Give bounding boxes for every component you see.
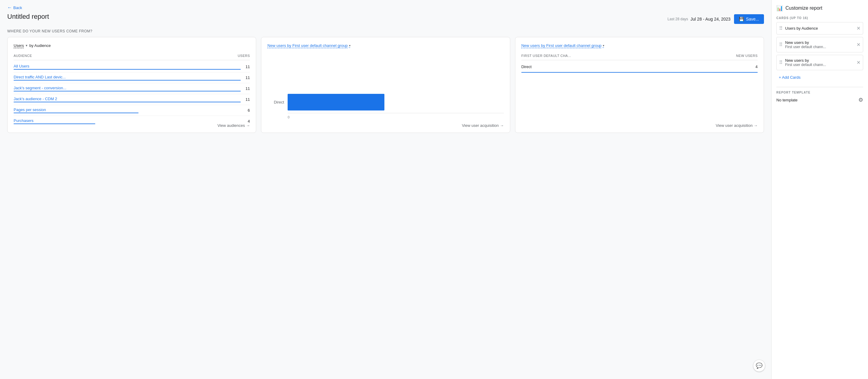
sidebar-title-label: Customize report xyxy=(785,5,822,11)
top-bar: Untitled report Last 28 days Jul 28 - Au… xyxy=(7,13,764,25)
add-cards-button[interactable]: + Add Cards xyxy=(776,72,863,82)
save-label: Save... xyxy=(746,17,759,22)
row-bar xyxy=(13,113,138,113)
date-range: Last 28 days Jul 28 - Aug 24, 2023 xyxy=(668,17,731,22)
drag-icon: ⠿ xyxy=(779,42,783,48)
sidebar-item-line2: First user default chann... xyxy=(785,45,854,49)
row-name[interactable]: Jack's segment - conversion... xyxy=(13,86,241,90)
add-cards-label: + Add Cards xyxy=(779,75,801,80)
report-template-label: REPORT TEMPLATE xyxy=(776,91,863,94)
card1-title-suffix: by Audience xyxy=(29,43,51,48)
row-bar xyxy=(13,80,241,81)
row-name[interactable]: Jack's audience - CDM 2 xyxy=(13,96,241,101)
sidebar-title: 📊 Customize report xyxy=(776,5,863,11)
sidebar-divider xyxy=(776,87,863,87)
drag-icon: ⠿ xyxy=(779,25,783,31)
card1-title: Users ▾ by Audience xyxy=(13,43,250,48)
table-row: Direct traffic AND Last devic... 11 xyxy=(13,72,250,83)
back-link[interactable]: ← Back xyxy=(7,5,764,10)
table-row: Jack's audience - CDM 2 11 xyxy=(13,94,250,105)
audience-col-header: AUDIENCE xyxy=(13,54,32,58)
chart-bar-label: Direct xyxy=(267,100,284,105)
card3-title[interactable]: New users by First user default channel … xyxy=(521,43,757,48)
chart-zero-line: 0 xyxy=(288,113,503,119)
card2-title-label: New users by First user default channel … xyxy=(267,43,347,48)
sidebar-item-1[interactable]: ⠿ New users by First user default chann.… xyxy=(776,37,863,52)
users-col-header: USERS xyxy=(238,54,250,58)
row-value: 6 xyxy=(241,108,250,113)
sidebar-item-label: New users by First user default chann... xyxy=(785,40,854,49)
report-template-row: No template ⚙ xyxy=(776,96,863,103)
template-settings-icon[interactable]: ⚙ xyxy=(858,96,863,103)
sidebar-item-2[interactable]: ⠿ New users by First user default chann.… xyxy=(776,55,863,70)
row-value: 4 xyxy=(755,64,757,69)
feedback-icon: 💬 xyxy=(756,362,763,369)
card3-table-header: FIRST USER DEFAULT CHA... NEW USERS xyxy=(521,53,757,60)
card3-dropdown-icon: ▾ xyxy=(603,44,604,47)
card1-title-prefix: Users xyxy=(13,43,24,48)
row-name[interactable]: All Users xyxy=(13,64,241,68)
feedback-button[interactable]: 💬 xyxy=(753,360,765,372)
save-icon: 💾 xyxy=(739,17,744,22)
card1-table-header: AUDIENCE USERS xyxy=(13,53,250,60)
card2-footer[interactable]: View user acquisition → xyxy=(462,123,504,128)
card3-col2-header: NEW USERS xyxy=(736,54,757,58)
row-name[interactable]: Direct traffic AND Last devic... xyxy=(13,75,241,79)
row-name[interactable]: Direct xyxy=(521,64,532,69)
card3-title-label: New users by First user default channel … xyxy=(521,43,601,48)
remove-icon[interactable]: ✕ xyxy=(857,42,861,48)
back-label: Back xyxy=(13,5,22,10)
table-row: Purchasers 4 xyxy=(13,116,250,126)
sidebar-item-0[interactable]: ⠿ Users by Audience ✕ xyxy=(776,22,863,34)
remove-icon[interactable]: ✕ xyxy=(857,25,861,31)
row-name[interactable]: Purchasers xyxy=(13,118,241,123)
card1-dropdown-icon[interactable]: ▾ xyxy=(26,43,28,48)
back-arrow-icon: ← xyxy=(7,5,12,10)
card3-table-body: Direct 4 xyxy=(521,61,757,72)
table-row: Pages per session 6 xyxy=(13,105,250,116)
cards-section-label: CARDS (UP TO 16) xyxy=(776,16,863,20)
row-bar xyxy=(13,91,241,91)
card2-footer-label: View user acquisition → xyxy=(462,123,504,128)
table-row: Direct 4 xyxy=(521,61,757,72)
card1-footer[interactable]: View audiences → xyxy=(217,123,250,128)
date-range-label: Last 28 days xyxy=(668,17,688,21)
customize-icon: 📊 xyxy=(776,5,783,11)
remove-icon[interactable]: ✕ xyxy=(857,60,861,65)
sidebar-item-label: Users by Audience xyxy=(785,26,854,31)
row-bar xyxy=(13,123,95,124)
sidebar-item-line1: New users by xyxy=(785,40,854,45)
row-value: 4 xyxy=(241,119,250,123)
row-bar xyxy=(13,102,241,102)
card3-footer[interactable]: View user acquisition → xyxy=(716,123,757,128)
card1-footer-label: View audiences → xyxy=(217,123,250,128)
date-range-value: Jul 28 - Aug 24, 2023 xyxy=(690,17,731,22)
cards-grid: Users ▾ by Audience AUDIENCE USERS All U… xyxy=(7,37,764,133)
card3-footer-label: View user acquisition → xyxy=(716,123,757,128)
drag-icon: ⠿ xyxy=(779,60,783,65)
row-value: 11 xyxy=(241,86,250,91)
sidebar-item-line1: Users by Audience xyxy=(785,26,854,31)
sidebar-cards-list: ⠿ Users by Audience ✕ ⠿ New users by Fir… xyxy=(776,22,863,70)
chart-area: Direct 0 xyxy=(267,53,503,119)
card1-table-body: All Users 11 Direct traffic AND Last dev… xyxy=(13,61,250,126)
chart-bar-row: Direct xyxy=(267,94,503,111)
card3-col1-header: FIRST USER DEFAULT CHA... xyxy=(521,54,571,58)
no-template-label: No template xyxy=(776,98,798,102)
row-value: 11 xyxy=(241,64,250,69)
card2-dropdown-icon: ▾ xyxy=(349,44,350,47)
table-row: Jack's segment - conversion... 11 xyxy=(13,83,250,94)
row-bar xyxy=(13,69,241,69)
chart-zero-label: 0 xyxy=(288,115,289,119)
card2-title[interactable]: New users by First user default channel … xyxy=(267,43,503,48)
row-value: 11 xyxy=(241,97,250,102)
row-value: 11 xyxy=(241,76,250,80)
chart-bar xyxy=(288,94,384,111)
sidebar-item-line1: New users by xyxy=(785,58,854,63)
save-button[interactable]: 💾 Save... xyxy=(734,14,764,24)
new-users-chart-card: New users by First user default channel … xyxy=(261,37,510,133)
row-name[interactable]: Pages per session xyxy=(13,108,241,112)
sidebar: 📊 Customize report CARDS (UP TO 16) ⠿ Us… xyxy=(771,0,868,379)
users-by-audience-card: Users ▾ by Audience AUDIENCE USERS All U… xyxy=(7,37,256,133)
sidebar-item-label: New users by First user default chann... xyxy=(785,58,854,67)
